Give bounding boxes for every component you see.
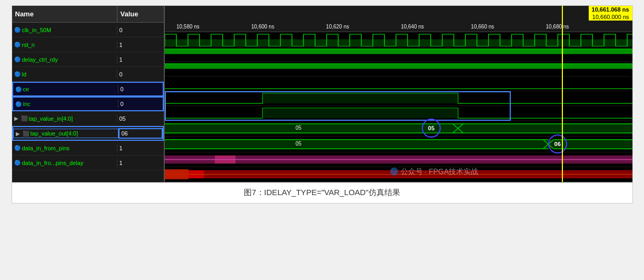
signal-label-tvo: tap_value_out[4:0]	[31, 130, 78, 137]
probe-icon-inc: 🔵	[15, 101, 22, 107]
signal-name-tvi: ▶ ⬛ tap_value_in[4:0]	[12, 114, 117, 123]
signal-row-dcr[interactable]: 🔵 delay_ctrl_rdy 1	[12, 52, 164, 67]
signal-label-difpd: data_in_fro...pins_delay	[22, 160, 84, 166]
signal-name-difpd: 🔵 data_in_fro...pins_delay	[12, 159, 117, 167]
signal-label-clk: clk_in_50M	[22, 27, 52, 33]
caption-area: 图7：IDELAY_TYPE="VAR_LOAD"仿真结果	[12, 182, 632, 203]
tick-10680: 10,680 ns	[546, 24, 569, 30]
signal-value-rstn: 1	[117, 41, 164, 49]
tick-10640: 10,640 ns	[401, 24, 424, 30]
signal-value-tvo: 06	[118, 128, 163, 139]
svg-rect-18	[165, 169, 189, 179]
signal-value-inc: 0	[118, 100, 163, 108]
cursor-line	[562, 6, 563, 182]
signal-row-difpd[interactable]: 🔵 data_in_fro...pins_delay 1	[12, 156, 164, 170]
signal-value-ld: 0	[117, 70, 164, 79]
signal-value-difpd: 1	[117, 159, 164, 167]
signal-value-clk: 0	[117, 26, 164, 34]
signal-name-tvo: ▶ ⬛ tap_value_out[4:0]	[13, 129, 118, 138]
signal-value-tvi: 05	[117, 114, 164, 123]
signal-label-inc: inc	[23, 101, 31, 107]
probe-icon-ce: 🔵	[15, 86, 22, 92]
signal-name-clk: 🔵 clk_in_50M	[12, 26, 117, 34]
signal-row-ce[interactable]: 🔵 ce 0	[12, 82, 164, 96]
name-column-header: Name	[12, 6, 117, 22]
signal-row-inc[interactable]: 🔵 inc 0	[12, 96, 164, 111]
probe-icon-difpd: 🔵	[14, 160, 21, 166]
signal-name-inc: 🔵 inc	[13, 100, 118, 108]
bus-icon-tvi: ⬛	[21, 115, 27, 121]
probe-icon-clk: 🔵	[14, 27, 21, 33]
probe-icon-rstn: 🔵	[14, 42, 21, 47]
waveform-area: Name Value 🔵 clk_in_50M 0 🔵 rst_n 1	[12, 6, 632, 182]
caption-text: 图7：IDELAY_TYPE="VAR_LOAD"仿真结果	[244, 188, 400, 197]
tick-10660: 10,660 ns	[471, 24, 494, 30]
signal-name-ld: 🔵 ld	[12, 70, 117, 79]
signal-name-ce: 🔵 ce	[13, 85, 118, 93]
cursor1-banner: 10,661.068 ns	[589, 6, 632, 13]
signal-label-dcr: delay_ctrl_rdy	[22, 56, 58, 63]
probe-icon-ld: 🔵	[14, 71, 21, 77]
expand-arrow-tvi[interactable]: ▶	[14, 115, 18, 121]
signal-row-rstn[interactable]: 🔵 rst_n 1	[12, 37, 164, 52]
signal-label-rstn: rst_n	[22, 42, 35, 48]
probe-icon-difp: 🔵	[14, 145, 21, 151]
signal-label-ce: ce	[23, 86, 29, 92]
tick-10580: 10,580 ns	[176, 24, 200, 30]
signal-name-difp: 🔵 data_in_from_pins	[12, 144, 117, 152]
signal-row-ld[interactable]: 🔵 ld 0	[12, 67, 164, 82]
signal-panel: Name Value 🔵 clk_in_50M 0 🔵 rst_n 1	[12, 6, 165, 182]
signal-row-tvo[interactable]: ▶ ⬛ tap_value_out[4:0] 06	[12, 126, 164, 141]
cursor2-banner: 10,660.000 ns	[589, 13, 632, 21]
svg-rect-3	[262, 93, 458, 103]
probe-icon-dcr: 🔵	[14, 56, 21, 62]
signal-name-rstn: 🔵 rst_n	[12, 41, 117, 49]
value-column-header: Value	[117, 6, 164, 22]
tvo-circle-label: 06	[548, 134, 567, 153]
tvi-circle-label: 05	[422, 119, 441, 138]
main-container: Name Value 🔵 clk_in_50M 0 🔵 rst_n 1	[12, 5, 633, 204]
wave-panel: 10,661.068 ns 10,660.000 ns 10,580 ns 10…	[165, 6, 632, 182]
signal-row-tvi[interactable]: ▶ ⬛ tap_value_in[4:0] 05	[12, 111, 164, 126]
signal-row-clk[interactable]: 🔵 clk_in_50M 0	[12, 23, 164, 37]
waves-container: 05 05	[165, 32, 632, 182]
tick-10620: 10,620 ns	[326, 24, 349, 30]
signal-label-ld: ld	[22, 71, 27, 78]
signal-header: Name Value	[12, 6, 164, 23]
bus-icon-tvo: ⬛	[23, 131, 29, 137]
tick-10600: 10,600 ns	[251, 24, 274, 30]
expand-arrow-tvo[interactable]: ▶	[16, 131, 20, 137]
signal-label-tvi: tap_value_in[4:0]	[29, 115, 73, 122]
signal-value-ce: 0	[118, 85, 163, 93]
signal-label-difp: data_in_from_pins	[22, 145, 70, 151]
signal-name-dcr: 🔵 delay_ctrl_rdy	[12, 55, 117, 64]
signal-row-difp[interactable]: 🔵 data_in_from_pins 1	[12, 141, 164, 156]
svg-rect-8	[165, 140, 548, 149]
signal-value-difp: 1	[117, 144, 164, 152]
svg-rect-4	[262, 108, 458, 118]
signal-value-dcr: 1	[117, 55, 164, 64]
